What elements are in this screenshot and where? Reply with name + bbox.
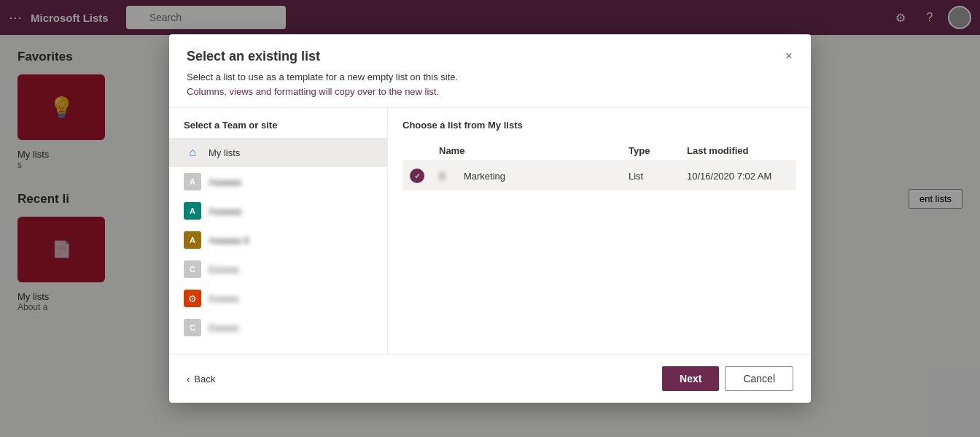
site-item-a3[interactable]: A Aaaaaa 6 <box>169 225 387 255</box>
site-item-c3[interactable]: C Cccccc <box>169 313 387 342</box>
left-panel: Select a Team or site ⌂ My lists A Aaaaa… <box>169 108 388 354</box>
site-icon-c1: C <box>184 260 201 278</box>
table-row[interactable]: ✓ S Marketing List 10/16/2020 7:02 AM <box>402 161 796 191</box>
dialog-footer: ‹ Back Next Cancel <box>169 354 811 403</box>
site-a3-label: Aaaaaa 6 <box>209 235 249 246</box>
row-date-cell: 10/16/2020 7:02 AM <box>680 161 796 191</box>
site-c3-label: Cccccc <box>209 322 239 333</box>
dialog-title: Select an existing list <box>187 49 793 64</box>
site-item-c2[interactable]: ⚙ Cccccc <box>169 284 387 313</box>
modal-overlay: Select an existing list Select a list to… <box>0 0 980 437</box>
site-icon-c2: ⚙ <box>184 290 201 307</box>
site-icon-a2: A <box>184 202 201 220</box>
site-c2-label: Cccccc <box>209 293 239 304</box>
back-button[interactable]: ‹ Back <box>187 374 215 384</box>
dialog-desc-line1: Select a list to use as a template for a… <box>187 71 458 82</box>
next-button[interactable]: Next <box>662 366 719 391</box>
col-last-modified: Last modified <box>680 141 796 161</box>
site-item-a2[interactable]: A Aaaaaa <box>169 196 387 225</box>
selected-check-icon: ✓ <box>410 169 424 183</box>
back-label: Back <box>194 374 215 384</box>
site-item-my-lists[interactable]: ⌂ My lists <box>169 138 387 167</box>
dialog-description: Select a list to use as a template for a… <box>187 70 793 98</box>
site-icon-a3: A <box>184 231 201 249</box>
dialog-body: Select a Team or site ⌂ My lists A Aaaaa… <box>169 108 811 354</box>
back-chevron-icon: ‹ <box>187 374 190 384</box>
close-icon: × <box>785 50 792 63</box>
row-name-cell: S Marketing <box>432 161 621 191</box>
lists-table: Name Type Last modified ✓ S <box>402 141 796 190</box>
site-item-a1[interactable]: A Aaaaaa <box>169 167 387 196</box>
site-c1-label: Cccccc <box>209 264 239 275</box>
table-header-row: Name Type Last modified <box>402 141 796 161</box>
row-type-cell: List <box>621 161 680 191</box>
right-panel-title: Choose a list from My lists <box>402 120 796 131</box>
site-a1-label: Aaaaaa <box>209 177 241 187</box>
site-a2-label: Aaaaaa <box>209 206 241 217</box>
col-type: Type <box>621 141 680 161</box>
list-name: Marketing <box>464 171 505 182</box>
row-check-cell: ✓ <box>402 161 432 191</box>
home-icon: ⌂ <box>184 144 201 161</box>
site-my-lists-label: My lists <box>209 147 240 158</box>
right-panel: Choose a list from My lists Name Type La… <box>388 108 811 354</box>
cancel-button[interactable]: Cancel <box>725 366 793 391</box>
close-button[interactable]: × <box>779 46 799 66</box>
footer-actions: Next Cancel <box>662 366 793 391</box>
col-name: Name <box>432 141 621 161</box>
dialog-header: Select an existing list Select a list to… <box>169 34 811 108</box>
select-existing-list-dialog: Select an existing list Select a list to… <box>169 34 811 403</box>
left-panel-title: Select a Team or site <box>169 120 387 138</box>
name-prefix: S <box>439 171 461 182</box>
site-icon-a1: A <box>184 173 201 190</box>
site-icon-c3: C <box>184 319 201 336</box>
col-check <box>402 141 432 161</box>
dialog-desc-line2: Columns, views and formatting will copy … <box>187 86 439 97</box>
site-item-c1[interactable]: C Cccccc <box>169 255 387 284</box>
